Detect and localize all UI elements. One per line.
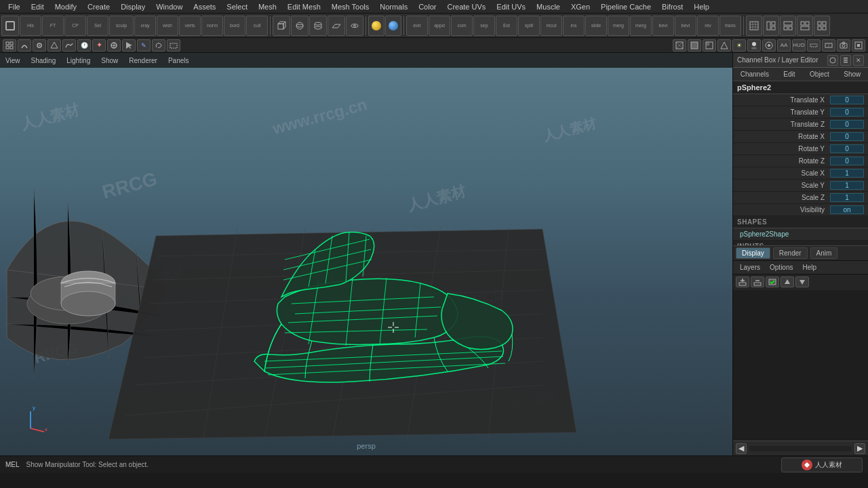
tool-layout3-icon[interactable] xyxy=(797,16,813,36)
vp-menu-shading[interactable]: Shading xyxy=(28,57,59,64)
layer-move-up-btn[interactable] xyxy=(781,277,794,287)
tool-sep[interactable]: sep xyxy=(473,16,495,36)
tb2-light-icon[interactable]: ☀ xyxy=(732,39,746,52)
tool-mcut[interactable]: mcut xyxy=(540,16,562,36)
tb2-keyframe[interactable]: ✦ xyxy=(92,39,106,52)
cb-row-scale-y[interactable]: Scale Y 1 xyxy=(733,180,868,192)
tab-display[interactable]: Display xyxy=(736,247,770,259)
tb2-dof[interactable] xyxy=(762,39,776,52)
tb2-snap-point[interactable] xyxy=(33,39,46,52)
options-label[interactable]: Options xyxy=(767,264,795,271)
tb2-paint[interactable]: ✎ xyxy=(137,39,151,52)
menu-edit-mesh[interactable]: Edit Mesh xyxy=(282,3,326,11)
tool-merg1[interactable]: merg xyxy=(608,16,629,36)
tb2-select-mode[interactable] xyxy=(122,39,136,52)
tb2-snap-grid[interactable] xyxy=(3,39,16,52)
tab-render[interactable]: Render xyxy=(773,247,808,259)
tb2-history[interactable]: 🕐 xyxy=(77,39,91,52)
cb-value-translate-x[interactable]: 0 xyxy=(830,96,864,104)
cb-value-scale-z[interactable]: 1 xyxy=(830,193,864,202)
cb-color-btn[interactable] xyxy=(827,55,838,66)
tool-cull[interactable]: cull xyxy=(246,16,268,36)
vp-menu-lighting[interactable]: Lighting xyxy=(64,57,93,64)
cb-row-visibility[interactable]: Visibility on xyxy=(733,204,868,216)
tb2-snap-surface[interactable] xyxy=(62,39,76,52)
tool-appd[interactable]: appd xyxy=(429,16,450,36)
layer-selected-btn[interactable] xyxy=(766,277,779,287)
menu-color[interactable]: Color xyxy=(413,3,441,11)
menu-assets[interactable]: Assets xyxy=(188,3,221,11)
cb-row-scale-x[interactable]: Scale X 1 xyxy=(733,167,868,180)
vp-menu-renderer[interactable]: Renderer xyxy=(126,57,160,64)
tool-cp[interactable]: CP xyxy=(64,16,86,36)
menu-modify[interactable]: Modify xyxy=(50,3,82,11)
menu-edit[interactable]: Edit xyxy=(26,3,50,11)
tb2-normals[interactable] xyxy=(717,39,731,52)
menu-create-uvs[interactable]: Create UVs xyxy=(441,3,491,11)
tool-slide[interactable]: slide xyxy=(585,16,607,36)
tool-bevi2[interactable]: bevi xyxy=(675,16,696,36)
menu-muscle[interactable]: Muscle xyxy=(531,3,566,11)
cb-settings-btn[interactable] xyxy=(840,55,851,66)
cb-value-scale-x[interactable]: 1 xyxy=(830,169,864,178)
tb2-lasso[interactable] xyxy=(152,39,165,52)
cb-tab-edit[interactable]: Edit xyxy=(781,70,797,78)
tool-layout-icon[interactable] xyxy=(763,16,779,36)
tb2-resolution[interactable] xyxy=(822,39,835,52)
tool-layout2-icon[interactable] xyxy=(780,16,796,36)
menu-mesh[interactable]: Mesh xyxy=(253,3,282,11)
menu-edit-uvs[interactable]: Edit UVs xyxy=(491,3,531,11)
tool-bevi1[interactable]: bevi xyxy=(652,16,674,36)
tb2-snap-view[interactable] xyxy=(47,39,61,52)
tool-ft[interactable]: FT xyxy=(42,16,64,36)
cb-row-rotate-z[interactable]: Rotate Z 0 xyxy=(733,155,868,167)
layer-new-btn[interactable] xyxy=(736,277,749,287)
cb-row-translate-z[interactable]: Translate Z 0 xyxy=(733,119,868,131)
cb-scroll-area[interactable]: Translate X 0 Translate Y 0 Translate Z … xyxy=(733,94,868,245)
cb-tab-channels[interactable]: Channels xyxy=(738,70,772,78)
tool-sphere-icon[interactable] xyxy=(291,16,309,36)
tb2-snap-curve[interactable] xyxy=(18,39,31,52)
tool-rev[interactable]: rev xyxy=(697,16,719,36)
menu-xgen[interactable]: XGen xyxy=(566,3,595,11)
layer-move-down-btn[interactable] xyxy=(795,277,809,287)
tool-trans[interactable]: trans xyxy=(719,16,741,36)
layers-label[interactable]: Layers xyxy=(737,264,763,271)
tb2-marquee[interactable] xyxy=(167,39,180,52)
layer-scroll-left[interactable]: ◀ xyxy=(736,443,747,454)
cb-tab-show[interactable]: Show xyxy=(841,70,863,78)
tool-ins[interactable]: ins xyxy=(563,16,585,36)
tool-sel[interactable]: Sel xyxy=(87,16,108,36)
layer-del-btn[interactable] xyxy=(751,277,764,287)
cb-value-rotate-x[interactable]: 0 xyxy=(830,132,864,141)
menu-bifrost[interactable]: Bifrost xyxy=(656,3,688,11)
tool-sculp[interactable]: sculp xyxy=(109,16,134,36)
tb2-shadow[interactable] xyxy=(747,39,761,52)
tool-plane-icon[interactable] xyxy=(328,16,345,36)
tb2-constrain[interactable] xyxy=(107,39,121,52)
tool-com[interactable]: com xyxy=(451,16,473,36)
menu-normals[interactable]: Normals xyxy=(374,3,413,11)
tb2-aa[interactable]: AA xyxy=(777,39,791,52)
tool-xray[interactable]: xray xyxy=(134,16,156,36)
tb2-shading[interactable] xyxy=(688,39,701,52)
tb2-camera[interactable] xyxy=(837,39,850,52)
tool-wish[interactable]: wish xyxy=(157,16,178,36)
tool-mat-yellow[interactable] xyxy=(368,16,384,36)
cb-row-scale-z[interactable]: Scale Z 1 xyxy=(733,192,868,204)
menu-window[interactable]: Window xyxy=(151,3,188,11)
tb2-wireframe[interactable] xyxy=(673,39,686,52)
tool-bord[interactable]: bord xyxy=(224,16,245,36)
help-label[interactable]: Help xyxy=(800,264,819,271)
tool-select-icon[interactable] xyxy=(1,16,19,36)
menu-mesh-tools[interactable]: Mesh Tools xyxy=(326,3,374,11)
layer-scroll-right[interactable]: ▶ xyxy=(854,443,865,454)
tool-cylinder-icon[interactable] xyxy=(309,16,327,36)
tb2-hud[interactable]: HUD xyxy=(792,39,806,52)
tool-cube-icon[interactable] xyxy=(273,16,290,36)
tool-verts[interactable]: verts xyxy=(179,16,201,36)
cb-tab-object[interactable]: Object xyxy=(807,70,832,78)
tool-his[interactable]: His xyxy=(20,16,41,36)
menu-create[interactable]: Create xyxy=(82,3,115,11)
cb-value-rotate-y[interactable]: 0 xyxy=(830,144,864,153)
